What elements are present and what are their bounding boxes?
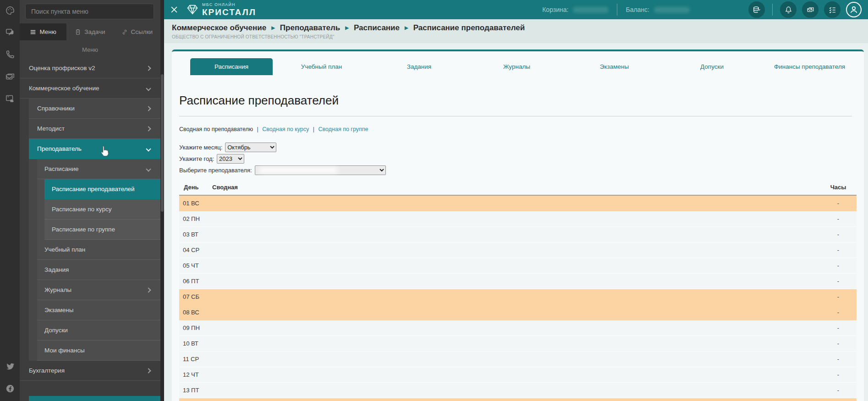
tab-teacher-finances[interactable]: Финансы преподавателя [761,58,858,75]
checklist-icon[interactable] [824,1,841,18]
chevron-down-icon [146,86,151,91]
view-separator: | [257,126,258,132]
twitter-icon[interactable] [5,362,15,372]
sidebar-item-journals[interactable]: Журналы [37,280,160,300]
day-cell: 10 ВТ [179,340,212,347]
phone-icon[interactable] [5,49,15,60]
chevron-right-icon [146,106,151,111]
month-select[interactable]: Октябрь [225,143,276,152]
view-separator: | [313,126,314,132]
topbar-divider [617,4,617,16]
balance-group: Баланс: [626,6,690,13]
hours-cell: - [820,215,857,222]
sidebar: Меню Задачи Ссылки Меню Оценка профриско… [20,0,160,401]
topbar-icons [748,1,862,18]
day-cell: 01 ВС [179,200,212,207]
icon-strip [0,0,20,401]
sidebar-item-partial [29,396,160,401]
sidebar-item-schedule[interactable]: Расписание [37,159,160,179]
palette-icon[interactable] [5,5,15,16]
gem-logo-icon [186,3,199,16]
day-cell: 06 ПТ [179,278,212,285]
sidebar-item-my-finances[interactable]: Мои финансы [37,341,160,361]
tab-curriculum[interactable]: Учебный план [273,58,370,75]
sidebar-item-label: Коммерческое обучение [29,85,99,92]
sidebar-item-schedule-teachers[interactable]: Расписание преподавателей [44,179,160,199]
sidebar-item-schedule-group[interactable]: Расписание по группе [44,220,160,240]
day-cell: 05 ЧТ [179,262,212,269]
sidebar-item-label: Экзамены [44,307,73,313]
sidebar-item-risk-assessment[interactable]: Оценка профрисков v2 [20,58,160,78]
year-filter-row: Укажите год: 2023 [179,154,857,164]
sidebar-item-commercial-training[interactable]: Коммерческое обучение [20,78,160,99]
company-name: ОБЩЕСТВО С ОГРАНИЧЕННОЙ ОТВЕТСТВЕННОСТЬЮ… [172,34,859,39]
close-icon[interactable] [170,5,179,14]
inbox-icon[interactable] [5,71,15,82]
page-body: Расписание преподавателей Сводная по пре… [172,75,864,401]
sidebar-item-exams[interactable]: Экзамены [37,300,160,320]
account-icon[interactable] [846,2,862,17]
bell-icon[interactable] [780,1,797,18]
facebook-icon[interactable] [5,384,15,394]
view-current: Сводная по преподавателю [179,126,253,132]
day-cell: 09 ПН [179,324,212,331]
sidebar-tab-menu[interactable]: Меню [20,23,66,40]
menu-search-input[interactable] [25,4,154,19]
header-summary: Сводная [212,184,820,191]
sidebar-tab-tasks[interactable]: Задачи [66,23,113,40]
view-link-by-group[interactable]: Сводная по группе [319,126,368,132]
year-select[interactable]: 2023 [217,154,244,164]
app-logo[interactable]: МБС ОНЛАЙН КРИСТАЛЛ [186,3,256,16]
breadcrumb-item[interactable]: Преподаватель [280,23,340,33]
hours-cell: - [820,231,857,238]
breadcrumb-item[interactable]: Расписание преподавателей [413,23,525,33]
sidebar-scrollbar-thumb[interactable] [161,74,164,212]
page-tabs: Расписания Учебный план Задания Журналы … [172,51,864,75]
breadcrumb-item[interactable]: Коммерческое обучение [172,23,266,33]
sidebar-item-tasks[interactable]: Задания [37,260,160,280]
tab-exams[interactable]: Экзамены [566,58,663,75]
title-divider [179,116,852,116]
main-area: МБС ОНЛАЙН КРИСТАЛЛ Корзина: Баланс: [164,0,868,401]
year-label: Укажите год: [179,155,214,162]
sidebar-item-curriculum[interactable]: Учебный план [37,240,160,260]
chat-icon[interactable] [5,27,15,38]
table-row: 05 ЧТ - [179,258,857,274]
cart-label: Корзина: [542,6,568,13]
teacher-select[interactable] [255,165,386,175]
sidebar-item-admissions[interactable]: Допуски [37,320,160,341]
sidebar-item-accounting[interactable]: Бухгалтерия [20,361,160,381]
sidebar-scrollbar [160,0,164,401]
tasks-icon [75,29,81,35]
day-cell: 13 ПТ [179,387,212,394]
breadcrumb-band: Коммерческое обучение ▶ Преподаватель ▶ … [164,19,868,43]
table-row: 14 СБ - [179,398,857,401]
tab-tasks[interactable]: Задания [370,58,468,75]
table-row: 09 ПН - [179,320,857,336]
breadcrumb-item[interactable]: Расписание [354,23,400,33]
breadcrumb: Коммерческое обучение ▶ Преподаватель ▶ … [172,23,859,33]
sidebar-item-schedule-course[interactable]: Расписание по курсу [44,199,160,220]
cloud-icon[interactable] [5,93,15,104]
sidebar-tab-links[interactable]: Ссылки [114,23,160,40]
day-cell: 02 ПН [179,215,212,222]
tab-journals[interactable]: Журналы [468,58,566,75]
sidebar-item-label: Учебный план [44,246,85,253]
hours-cell: - [820,340,857,347]
teacher-submenu: Расписание Расписание преподавателей Рас… [37,159,160,361]
sidebar-item-label: Расписание преподавателей [52,186,135,192]
sidebar-item-methodist[interactable]: Методист [29,119,160,139]
hours-cell: - [820,293,857,300]
sidebar-item-label: Допуски [44,327,68,334]
sidebar-item-teacher[interactable]: Преподаватель [29,139,160,159]
view-link-by-course[interactable]: Сводная по курсу [262,126,309,132]
logo-line-big: КРИСТАЛЛ [202,8,256,16]
coins-icon[interactable] [748,1,765,18]
tab-admissions[interactable]: Допуски [663,58,761,75]
mail-icon[interactable] [802,1,819,18]
chevron-right-icon [146,368,151,373]
sidebar-item-directories[interactable]: Справочники [29,99,160,119]
menu-icon [30,29,36,35]
day-cell: 04 СР [179,247,212,253]
tab-schedules[interactable]: Расписания [190,58,273,75]
